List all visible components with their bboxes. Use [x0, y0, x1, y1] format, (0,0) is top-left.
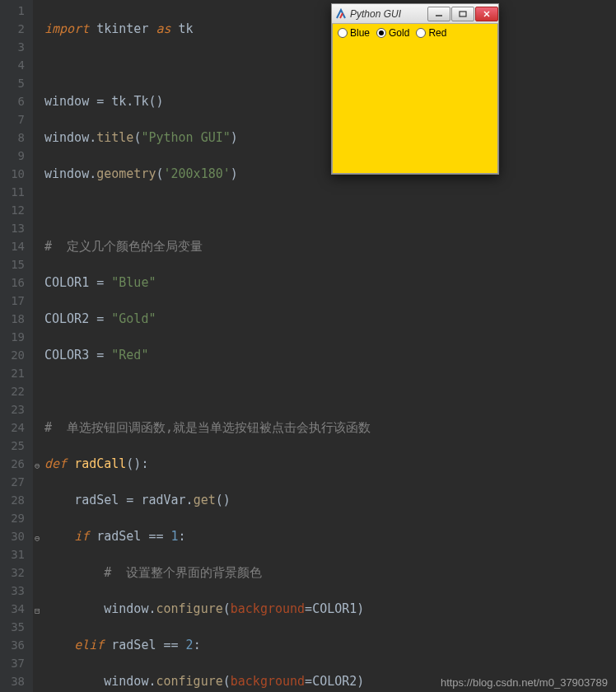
code-line[interactable]: ⊟ window.configure(background=COLOR1)	[44, 600, 616, 618]
line-number: 5	[5, 74, 25, 92]
line-number: 4	[5, 56, 25, 74]
code-line[interactable]: # 单选按钮回调函数,就是当单选按钮被点击会执行该函数	[44, 418, 616, 437]
line-number: 31	[5, 545, 25, 563]
line-number: 25	[5, 437, 25, 455]
line-number: 16	[5, 274, 25, 292]
line-number: 27	[5, 473, 25, 491]
code-line[interactable]	[44, 382, 616, 400]
code-line[interactable]	[44, 201, 616, 219]
maximize-button[interactable]	[451, 7, 474, 21]
svg-rect-1	[460, 12, 466, 16]
radio-row: Blue Gold Red	[333, 24, 497, 42]
line-number: 35	[5, 618, 25, 636]
radio-icon	[416, 28, 426, 38]
code-line[interactable]: radSel = radVar.get()	[44, 491, 616, 509]
line-number: 29	[5, 509, 25, 527]
line-number: 18	[5, 310, 25, 328]
radio-label: Blue	[350, 27, 370, 39]
line-number: 1	[5, 2, 25, 20]
radio-blue[interactable]: Blue	[336, 26, 375, 40]
line-number: 8	[5, 129, 25, 147]
window-body: Blue Gold Red	[332, 24, 498, 174]
code-line[interactable]: COLOR3 = "Red"	[44, 346, 616, 364]
line-number: 14	[5, 237, 25, 255]
line-number: 6	[5, 92, 25, 110]
line-number: 28	[5, 491, 25, 509]
radio-label: Red	[428, 27, 446, 39]
code-line[interactable]: # 定义几个颜色的全局变量	[44, 237, 616, 255]
fold-icon[interactable]: ⊖	[35, 457, 43, 475]
fold-end-icon[interactable]: ⊟	[35, 602, 43, 620]
line-number: 24	[5, 418, 25, 437]
line-number: 37	[5, 654, 25, 672]
line-number: 26	[5, 455, 25, 473]
radio-gold[interactable]: Gold	[375, 26, 414, 40]
code-line[interactable]: # 设置整个界面的背景颜色	[44, 563, 616, 582]
line-number: 9	[5, 147, 25, 165]
code-editor: 1 2 3 4 5 6 7 8 9 10 11 12 13 14 15 16 1…	[0, 0, 616, 692]
line-number: 10	[5, 165, 25, 183]
line-number: 11	[5, 183, 25, 201]
code-line[interactable]: COLOR2 = "Gold"	[44, 310, 616, 328]
code-line[interactable]: ⊖def radCall():	[44, 455, 616, 473]
code-line[interactable]: ⊖ if radSel == 1:	[44, 527, 616, 545]
code-line[interactable]: window = tk.Tk()	[44, 92, 616, 110]
radio-icon	[338, 28, 348, 38]
line-number: 33	[5, 582, 25, 600]
code-line[interactable]: window.geometry('200x180')	[44, 165, 616, 183]
window-title: Python GUI	[350, 8, 427, 20]
radio-icon	[376, 28, 386, 38]
line-number: 23	[5, 400, 25, 418]
line-number: 3	[5, 38, 25, 56]
line-number: 15	[5, 255, 25, 274]
watermark-text: https://blog.csdn.net/m0_37903789	[441, 676, 608, 689]
line-number: 36	[5, 636, 25, 654]
code-line[interactable]	[44, 56, 616, 74]
line-number: 30	[5, 527, 25, 545]
line-number: 17	[5, 292, 25, 310]
code-area[interactable]: import tkinter as tk window = tk.Tk() wi…	[33, 0, 616, 692]
fold-icon[interactable]: ⊖	[35, 530, 43, 548]
code-line[interactable]: import tkinter as tk	[44, 20, 616, 38]
line-number: 34	[5, 600, 25, 618]
line-number: 7	[5, 110, 25, 129]
line-number: 12	[5, 201, 25, 219]
code-line[interactable]: elif radSel == 2:	[44, 636, 616, 654]
line-number: 21	[5, 364, 25, 382]
radio-red[interactable]: Red	[414, 26, 451, 40]
window-titlebar[interactable]: Python GUI	[332, 4, 498, 24]
line-number: 13	[5, 219, 25, 237]
line-number: 20	[5, 346, 25, 364]
code-line[interactable]: COLOR1 = "Blue"	[44, 274, 616, 292]
line-number: 2	[5, 20, 25, 38]
tk-window[interactable]: Python GUI Blue Gold Red	[331, 3, 499, 175]
code-line[interactable]: window.title("Python GUI")	[44, 129, 616, 147]
tk-app-icon	[335, 8, 347, 20]
radio-label: Gold	[389, 27, 409, 39]
line-number: 38	[5, 672, 25, 690]
line-number: 22	[5, 382, 25, 400]
line-number: 32	[5, 563, 25, 582]
line-number-gutter: 1 2 3 4 5 6 7 8 9 10 11 12 13 14 15 16 1…	[0, 0, 33, 692]
close-button[interactable]	[475, 7, 498, 21]
line-number: 19	[5, 328, 25, 346]
minimize-button[interactable]	[427, 7, 450, 21]
